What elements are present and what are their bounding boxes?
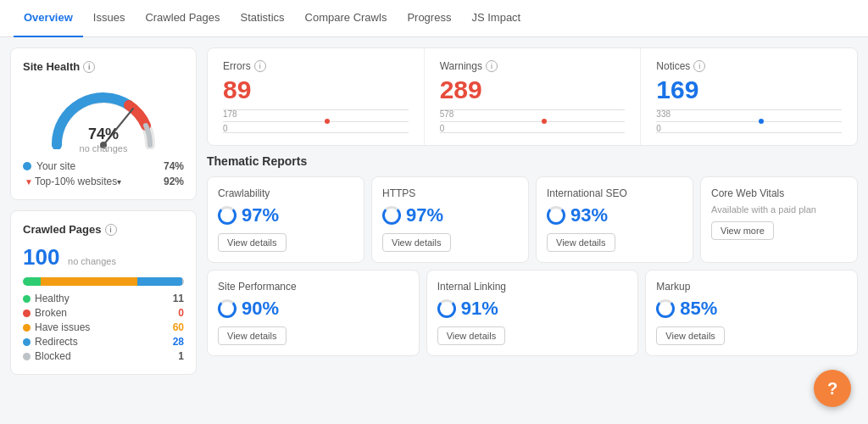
legend-row-site: Your site 74%: [23, 160, 184, 172]
legend-row-redirects: Redirects 28: [23, 336, 184, 348]
bar-blocked: [182, 277, 184, 286]
report-markup: Markup 85% View details: [645, 270, 858, 356]
report-https: HTTPS 97% View details: [371, 176, 529, 263]
core-web-vitals-paid-text: Available with a paid plan: [711, 204, 847, 215]
report-site-performance: Site Performance 90% View details: [207, 270, 420, 356]
site-legend: Your site 74% ▼ Top-10% websites ▾ 92%: [23, 160, 184, 187]
core-web-vitals-view-more-button[interactable]: View more: [711, 221, 774, 240]
thematic-title: Thematic Reports: [207, 154, 858, 168]
help-fab-button[interactable]: ?: [814, 370, 851, 407]
errors-chart: 178 0: [223, 109, 409, 133]
chevron-down-icon[interactable]: ▾: [117, 177, 121, 187]
errors-value: 89: [223, 75, 409, 104]
reports-row-2: Site Performance 90% View details Intern…: [207, 270, 858, 356]
notices-info-icon[interactable]: i: [693, 60, 705, 72]
top-nav: Overview Issues Crawled Pages Statistics…: [0, 0, 868, 37]
crawled-pages-card: Crawled Pages i 100 no changes Healthy 1…: [10, 210, 197, 375]
nav-item-statistics[interactable]: Statistics: [231, 0, 295, 37]
site-performance-circle-icon: [218, 299, 236, 318]
gauge-sub-label: no changes: [80, 143, 128, 153]
warnings-info-icon[interactable]: i: [486, 60, 498, 72]
crawled-pages-info-icon[interactable]: i: [105, 224, 117, 236]
warnings-dot: [542, 119, 547, 124]
notices-chart: 338 0: [656, 109, 842, 133]
metric-notices: Notices i 169 338 0: [641, 48, 857, 145]
gauge-percent-label: 74%: [80, 126, 128, 143]
issues-dot: [23, 324, 31, 332]
healthy-dot: [23, 295, 31, 303]
markup-view-details-button[interactable]: View details: [656, 326, 725, 345]
nav-item-js-impact[interactable]: JS Impact: [461, 0, 531, 37]
crawled-pages-title: Crawled Pages i: [23, 223, 184, 236]
international-seo-circle-icon: [547, 206, 565, 225]
site-health-info-icon[interactable]: i: [83, 61, 95, 73]
bar-redirects: [137, 277, 182, 286]
pages-bar: [23, 277, 184, 286]
legend-row-broken: Broken 0: [23, 307, 184, 319]
report-crawlability: Crawlability 97% View details: [207, 176, 364, 263]
errors-dot: [325, 119, 330, 124]
legend-row-issues: Have issues 60: [23, 321, 184, 333]
https-circle-icon: [382, 206, 401, 225]
legend-row-top10: ▼ Top-10% websites ▾ 92%: [23, 176, 184, 187]
markup-circle-icon: [656, 299, 675, 318]
nav-item-issues[interactable]: Issues: [83, 0, 136, 37]
warnings-value: 289: [440, 75, 626, 104]
right-content: Errors i 89 178 0 Warnings i: [197, 47, 858, 414]
notices-dot: [759, 119, 764, 124]
crawlability-view-details-button[interactable]: View details: [218, 233, 287, 252]
crawlability-circle-icon: [218, 206, 236, 225]
metric-warnings: Warnings i 289 578 0: [425, 48, 642, 145]
legend-row-healthy: Healthy 11: [23, 293, 184, 304]
report-international-seo: International SEO 93% View details: [536, 176, 693, 263]
internal-linking-view-details-button[interactable]: View details: [437, 326, 506, 345]
report-internal-linking: Internal Linking 91% View details: [426, 270, 639, 356]
nav-item-compare-crawls[interactable]: Compare Crawls: [295, 0, 398, 37]
notices-value: 169: [656, 75, 842, 104]
report-core-web-vitals: Core Web Vitals Available with a paid pl…: [700, 176, 858, 263]
arrow-icon: ▼: [25, 177, 33, 187]
site-performance-view-details-button[interactable]: View details: [218, 326, 287, 345]
pages-count: 100: [23, 244, 59, 270]
nav-item-progress[interactable]: Progress: [397, 0, 461, 37]
https-view-details-button[interactable]: View details: [382, 233, 451, 252]
bar-issues: [41, 277, 137, 286]
nav-item-overview[interactable]: Overview: [14, 0, 83, 37]
international-seo-view-details-button[interactable]: View details: [547, 233, 615, 252]
pages-legend: Healthy 11 Broken 0 Have issues 60 Redir…: [23, 293, 184, 362]
internal-linking-circle-icon: [437, 299, 456, 318]
site-dot: [23, 162, 31, 170]
pages-sublabel: no changes: [68, 256, 116, 266]
errors-info-icon[interactable]: i: [254, 60, 266, 72]
reports-row-1: Crawlability 97% View details HTTPS 97% …: [207, 176, 858, 263]
broken-dot: [23, 310, 31, 317]
sidebar: Site Health i 74%: [10, 47, 197, 414]
thematic-section: Thematic Reports Crawlability 97% View d…: [207, 154, 858, 414]
warnings-chart: 578 0: [440, 109, 626, 133]
metric-errors: Errors i 89 178 0: [208, 48, 425, 145]
bar-healthy: [23, 277, 41, 286]
blocked-dot: [23, 353, 31, 360]
gauge-container: 74% no changes: [23, 81, 184, 153]
nav-item-crawled-pages[interactable]: Crawled Pages: [135, 0, 230, 37]
redirects-dot: [23, 338, 31, 346]
main-content: Site Health i 74%: [0, 37, 868, 424]
legend-row-blocked: Blocked 1: [23, 350, 184, 362]
site-health-title: Site Health i: [23, 60, 184, 73]
metrics-row: Errors i 89 178 0 Warnings i: [207, 47, 858, 146]
site-health-card: Site Health i 74%: [10, 47, 197, 200]
